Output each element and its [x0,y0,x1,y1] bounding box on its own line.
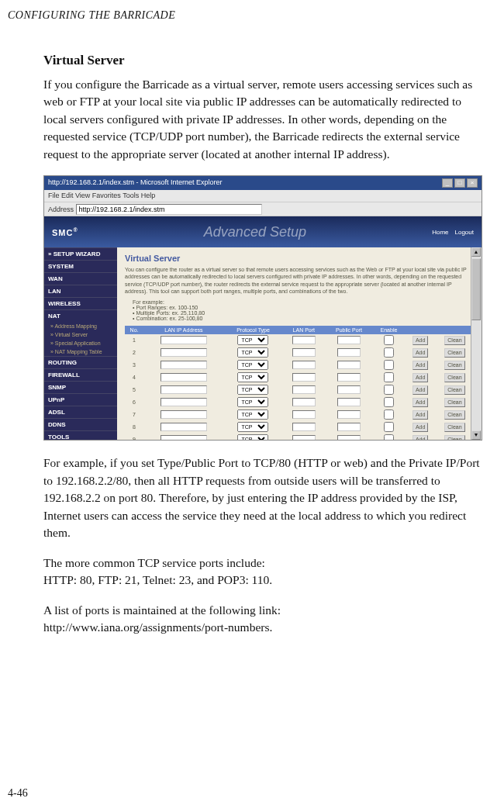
scroll-thumb[interactable] [471,258,481,320]
row-number: 3 [125,359,143,371]
enable-checkbox[interactable] [384,385,394,395]
lan-port-input[interactable] [292,435,316,441]
router-screenshot: http://192.168.2.1/index.stm - Microsoft… [43,175,482,441]
public-port-input[interactable] [337,398,361,406]
lan-port-input[interactable] [292,361,316,369]
example-label: For example: [133,299,474,305]
enable-checkbox[interactable] [384,397,394,407]
sidebar-virtual-server[interactable]: » Virtual Server [44,330,117,339]
sidebar-upnp[interactable]: UPnP [44,393,117,406]
lan-ip-input[interactable] [161,336,207,344]
sidebar-special-app[interactable]: » Special Application [44,339,117,347]
address-input[interactable] [76,204,262,215]
scrollbar[interactable]: ▲ ▼ [471,247,482,440]
public-port-input[interactable] [337,385,361,394]
sidebar-wireless[interactable]: WIRELESS [44,297,117,309]
row-number: 1 [125,334,143,347]
enable-checkbox[interactable] [384,347,394,358]
enable-checkbox[interactable] [384,422,394,432]
sidebar-routing[interactable]: ROUTING [44,356,117,368]
enable-checkbox[interactable] [384,372,394,382]
sidebar-snmp[interactable]: SNMP [44,381,117,393]
add-button[interactable]: Add [413,398,428,407]
add-button[interactable]: Add [413,336,428,345]
lan-port-input[interactable] [292,398,316,406]
protocol-select[interactable]: TCP [237,347,268,358]
clean-button[interactable]: Clean [444,348,464,358]
lan-ip-input[interactable] [161,348,207,357]
sidebar-nat-mapping[interactable]: » NAT Mapping Table [44,347,117,356]
sidebar-firewall[interactable]: FIREWALL [44,368,117,381]
public-port-input[interactable] [337,348,361,357]
browser-menubar[interactable]: File Edit View Favorites Tools Help [44,190,482,202]
th-no: No. [125,326,143,334]
protocol-select[interactable]: TCP [237,372,268,382]
add-button[interactable]: Add [413,348,428,358]
panel-title: Virtual Server [125,254,474,263]
close-icon[interactable]: × [467,178,478,188]
maximize-icon[interactable]: □ [454,178,465,188]
home-link[interactable]: Home [432,229,448,236]
sidebar-address-mapping[interactable]: » Address Mapping [44,322,117,330]
minimize-icon[interactable]: _ [442,178,453,188]
lan-port-input[interactable] [292,373,316,382]
sidebar-lan[interactable]: LAN [44,285,117,297]
lan-ip-input[interactable] [161,410,207,419]
clean-button[interactable]: Clean [444,410,464,420]
sidebar-system[interactable]: SYSTEM [44,260,117,272]
lan-ip-input[interactable] [161,373,207,382]
paragraph-4: A list of ports is maintained at the fol… [43,602,485,637]
lan-ip-input[interactable] [161,435,207,441]
clean-button[interactable]: Clean [444,435,464,441]
scroll-up-icon[interactable]: ▲ [471,247,481,257]
clean-button[interactable]: Clean [444,361,464,370]
protocol-select[interactable]: TCP [237,360,268,370]
lan-ip-input[interactable] [161,361,207,369]
window-controls: _ □ × [442,178,478,188]
clean-button[interactable]: Clean [444,385,464,395]
public-port-input[interactable] [337,410,361,419]
lan-ip-input[interactable] [161,385,207,394]
add-button[interactable]: Add [413,423,428,432]
add-button[interactable]: Add [413,361,428,370]
add-button[interactable]: Add [413,373,428,382]
lan-port-input[interactable] [292,336,316,344]
protocol-select[interactable]: TCP [237,409,268,420]
lan-port-input[interactable] [292,410,316,419]
clean-button[interactable]: Clean [444,336,464,345]
protocol-select[interactable]: TCP [237,434,268,441]
enable-checkbox[interactable] [384,409,394,420]
protocol-select[interactable]: TCP [237,422,268,432]
public-port-input[interactable] [337,336,361,344]
sidebar-tools[interactable]: TOOLS [44,430,117,441]
public-port-input[interactable] [337,423,361,431]
paragraph-3: The more common TCP service ports includ… [43,555,485,589]
sidebar-ddns[interactable]: DDNS [44,418,117,430]
enable-checkbox[interactable] [384,360,394,370]
clean-button[interactable]: Clean [444,398,464,407]
add-button[interactable]: Add [413,385,428,395]
public-port-input[interactable] [337,435,361,441]
add-button[interactable]: Add [413,410,428,420]
lan-port-input[interactable] [292,423,316,431]
lan-port-input[interactable] [292,385,316,394]
public-port-input[interactable] [337,361,361,369]
clean-button[interactable]: Clean [444,423,464,432]
sidebar-adsl[interactable]: ADSL [44,406,117,418]
protocol-select[interactable]: TCP [237,385,268,395]
enable-checkbox[interactable] [384,434,394,441]
sidebar-nat[interactable]: NAT [44,309,117,322]
lan-ip-input[interactable] [161,398,207,406]
lan-ip-input[interactable] [161,423,207,431]
protocol-select[interactable]: TCP [237,335,268,345]
enable-checkbox[interactable] [384,335,394,345]
logout-link[interactable]: Logout [455,229,474,236]
add-button[interactable]: Add [413,435,428,441]
protocol-select[interactable]: TCP [237,397,268,407]
scroll-down-icon[interactable]: ▼ [471,430,481,440]
sidebar-setup-wizard[interactable]: » SETUP WIZARD [44,247,117,260]
clean-button[interactable]: Clean [444,373,464,382]
sidebar-wan[interactable]: WAN [44,272,117,285]
public-port-input[interactable] [337,373,361,382]
lan-port-input[interactable] [292,348,316,357]
